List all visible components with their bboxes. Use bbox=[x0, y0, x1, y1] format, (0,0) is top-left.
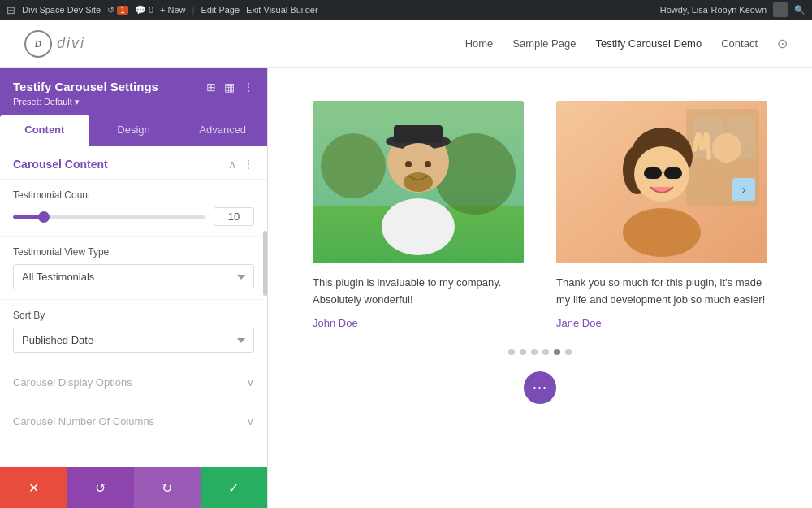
svg-point-10 bbox=[425, 161, 431, 167]
dot-4[interactable] bbox=[542, 349, 549, 355]
svg-point-23 bbox=[623, 208, 701, 257]
header-search-icon[interactable]: ⊙ bbox=[777, 36, 788, 51]
tab-advanced[interactable]: Advanced bbox=[178, 115, 267, 146]
greeting-text: Howdy, Lisa-Robyn Keown bbox=[660, 5, 767, 15]
sidebar-panel: Testify Carousel Settings ⊞ ▦ ⋮ Preset: … bbox=[0, 68, 268, 508]
logo-text: divi bbox=[57, 35, 85, 52]
carousel-dots bbox=[300, 349, 780, 355]
user-avatar-icon bbox=[773, 2, 788, 17]
site-header: D divi Home Sample Page Testify Carousel… bbox=[0, 20, 812, 68]
dot-3[interactable] bbox=[531, 349, 538, 355]
testimonial-view-type-select[interactable]: All Testimonials Selected Testimonials C… bbox=[13, 264, 254, 289]
admin-bar-right: Howdy, Lisa-Robyn Keown 🔍 bbox=[660, 2, 806, 17]
slider-track[interactable] bbox=[13, 215, 205, 219]
wp-logo-icon: ⊞ bbox=[6, 4, 15, 16]
svg-point-8 bbox=[404, 172, 433, 192]
testimonial-text-2: Thank you so much for this plugin, it's … bbox=[556, 275, 767, 309]
carousel-display-options-title: Carousel Display Options bbox=[13, 376, 132, 389]
site-logo: D divi bbox=[24, 30, 85, 58]
testimonial-text-1: This plugin is invaluable to my company.… bbox=[313, 275, 524, 309]
testimonial-count-field: Testimonial Count 10 bbox=[0, 180, 267, 237]
nav-sample-page[interactable]: Sample Page bbox=[512, 37, 576, 50]
action-bar: ✕ ↺ ↻ ✓ bbox=[0, 467, 267, 508]
fab-button[interactable]: ··· bbox=[524, 371, 556, 404]
svg-point-9 bbox=[405, 161, 412, 167]
testimonial-card-1: This plugin is invaluable to my company.… bbox=[313, 101, 524, 329]
expand-icon[interactable]: ⊞ bbox=[206, 80, 216, 93]
svg-rect-19 bbox=[644, 167, 662, 179]
sort-by-label: Sort By bbox=[13, 310, 254, 321]
panel-tabs: Content Design Advanced bbox=[0, 115, 267, 146]
svg-point-22 bbox=[712, 133, 741, 163]
main-layout: Testify Carousel Settings ⊞ ▦ ⋮ Preset: … bbox=[0, 68, 812, 508]
fab-container: ··· bbox=[300, 371, 780, 404]
testimonial-card-2: Thank you so much for this plugin, it's … bbox=[556, 101, 767, 329]
carousel-columns-header[interactable]: Carousel Number Of Columns ∨ bbox=[0, 402, 267, 441]
testimonial-count-label: Testimonial Count bbox=[13, 189, 254, 201]
preset-label: Preset: Default ▾ bbox=[13, 97, 254, 107]
search-icon[interactable]: 🔍 bbox=[794, 5, 806, 15]
panel-header-icons: ⊞ ▦ ⋮ bbox=[206, 80, 254, 93]
slider-row: 10 bbox=[13, 207, 254, 226]
save-button[interactable]: ✓ bbox=[201, 467, 267, 508]
testimonial-image-1 bbox=[313, 101, 524, 263]
comment-count[interactable]: 💬 0 bbox=[135, 5, 153, 15]
carousel-container: This plugin is invaluable to my company.… bbox=[300, 101, 780, 329]
testimonial-view-type-label: Testimonial View Type bbox=[13, 246, 254, 258]
new-button[interactable]: + New bbox=[160, 5, 186, 15]
scroll-indicator bbox=[263, 231, 267, 296]
testimonial-name-2: Jane Doe bbox=[556, 317, 767, 329]
section-title-carousel-content: Carousel Content bbox=[13, 158, 108, 171]
site-name[interactable]: Divi Space Dev Site bbox=[22, 5, 101, 15]
section-header-icons: ∧ ⋮ bbox=[228, 158, 254, 171]
sort-by-field: Sort By Published Date Random Title Modi… bbox=[0, 300, 267, 363]
more-icon[interactable]: ⋮ bbox=[243, 80, 254, 93]
testimonial-view-type-field: Testimonial View Type All Testimonials S… bbox=[0, 237, 267, 300]
panel-header: Testify Carousel Settings ⊞ ▦ ⋮ Preset: … bbox=[0, 68, 267, 115]
svg-rect-20 bbox=[664, 167, 682, 179]
panel-body: Carousel Content ∧ ⋮ Testimonial Count 1… bbox=[0, 146, 267, 508]
svg-rect-6 bbox=[394, 125, 443, 143]
slider-thumb[interactable] bbox=[38, 211, 50, 223]
carousel-columns-section: Carousel Number Of Columns ∨ bbox=[0, 402, 267, 441]
dot-5[interactable] bbox=[554, 349, 560, 355]
tab-design[interactable]: Design bbox=[89, 115, 179, 146]
tab-content[interactable]: Content bbox=[0, 115, 89, 146]
nav-home[interactable]: Home bbox=[465, 37, 494, 50]
admin-bar: ⊞ Divi Space Dev Site ↺ 1 💬 0 + New | Ed… bbox=[0, 0, 812, 20]
carousel-columns-title: Carousel Number Of Columns bbox=[13, 415, 154, 428]
svg-point-11 bbox=[382, 198, 455, 255]
redo-button[interactable]: ↻ bbox=[134, 467, 201, 508]
carousel-next-button[interactable]: › bbox=[732, 178, 755, 201]
testimonial-count-input[interactable]: 10 bbox=[214, 207, 254, 226]
admin-bar-left: ⊞ Divi Space Dev Site ↺ 1 💬 0 + New | Ed… bbox=[6, 4, 652, 16]
testimonial-name-1: John Doe bbox=[313, 317, 524, 329]
nav-contact[interactable]: Contact bbox=[721, 37, 758, 50]
svg-point-2 bbox=[321, 133, 386, 198]
sort-by-select[interactable]: Published Date Random Title Modified Dat… bbox=[13, 328, 254, 353]
site-nav: Home Sample Page Testify Carousel Demo C… bbox=[465, 36, 788, 51]
carousel-display-options-section: Carousel Display Options ∨ bbox=[0, 363, 267, 402]
svg-point-3 bbox=[434, 133, 516, 215]
cancel-button[interactable]: ✕ bbox=[0, 467, 67, 508]
columns-chevron: ∨ bbox=[247, 416, 254, 428]
undo-button[interactable]: ↺ bbox=[67, 467, 133, 508]
nav-carousel-demo[interactable]: Testify Carousel Demo bbox=[595, 37, 702, 50]
panel-title-row: Testify Carousel Settings ⊞ ▦ ⋮ bbox=[13, 80, 254, 93]
carousel-display-options-header[interactable]: Carousel Display Options ∨ bbox=[0, 363, 267, 402]
content-area: This plugin is invaluable to my company.… bbox=[268, 68, 812, 508]
collapse-section-icon[interactable]: ∧ bbox=[228, 158, 236, 171]
section-more-icon[interactable]: ⋮ bbox=[243, 158, 254, 171]
edit-page-link[interactable]: Edit Page bbox=[201, 5, 240, 15]
panel-title: Testify Carousel Settings bbox=[13, 80, 158, 93]
display-options-chevron: ∨ bbox=[247, 377, 254, 389]
layout-icon[interactable]: ▦ bbox=[224, 80, 235, 93]
notif-count[interactable]: ↺ 1 bbox=[107, 5, 128, 15]
dot-2[interactable] bbox=[520, 349, 526, 355]
carousel-content-header: Carousel Content ∧ ⋮ bbox=[0, 146, 267, 180]
dot-6[interactable] bbox=[565, 349, 572, 355]
exit-builder-link[interactable]: Exit Visual Builder bbox=[246, 5, 317, 15]
divi-logo-icon: D bbox=[24, 30, 52, 58]
dot-1[interactable] bbox=[508, 349, 515, 355]
